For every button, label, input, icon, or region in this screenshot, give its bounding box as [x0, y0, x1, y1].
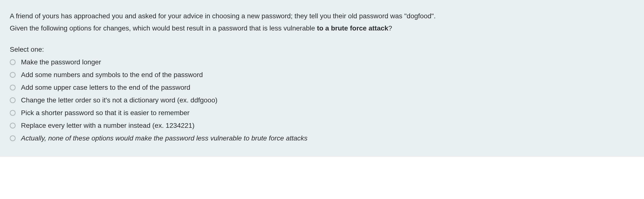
option-text: Change the letter order so it's not a di… [21, 96, 217, 104]
option-item: Make the password longer [10, 58, 634, 66]
radio-button[interactable] [10, 123, 16, 128]
option-text: Add some numbers and symbols to the end … [21, 71, 203, 79]
question-line-2: Given the following options for changes,… [10, 23, 634, 34]
radio-button[interactable] [10, 135, 16, 141]
radio-button[interactable] [10, 110, 16, 116]
radio-button[interactable] [10, 72, 16, 78]
radio-button[interactable] [10, 84, 16, 90]
question-line-2-post: ? [388, 24, 392, 32]
option-text: Make the password longer [21, 58, 101, 66]
radio-button[interactable] [10, 97, 16, 103]
question-line-1: A friend of yours has approached you and… [10, 11, 634, 21]
option-text: Replace every letter with a number inste… [21, 122, 194, 130]
option-item: Change the letter order so it's not a di… [10, 96, 634, 104]
option-item: Add some upper case letters to the end o… [10, 84, 634, 92]
option-item: Replace every letter with a number inste… [10, 122, 634, 130]
option-item: Pick a shorter password so that it is ea… [10, 109, 634, 117]
option-item: Add some numbers and symbols to the end … [10, 71, 634, 79]
select-one-label: Select one: [10, 46, 634, 54]
radio-button[interactable] [10, 59, 16, 65]
question-box: A friend of yours has approached you and… [0, 0, 644, 157]
options-list: Make the password longer Add some number… [10, 58, 634, 142]
option-text: Add some upper case letters to the end o… [21, 84, 190, 92]
question-line-2-pre: Given the following options for changes,… [10, 24, 317, 32]
option-item: Actually, none of these options would ma… [10, 134, 634, 142]
option-text: Actually, none of these options would ma… [21, 134, 308, 142]
question-line-2-bold: to a brute force attack [317, 24, 388, 32]
option-text: Pick a shorter password so that it is ea… [21, 109, 190, 117]
